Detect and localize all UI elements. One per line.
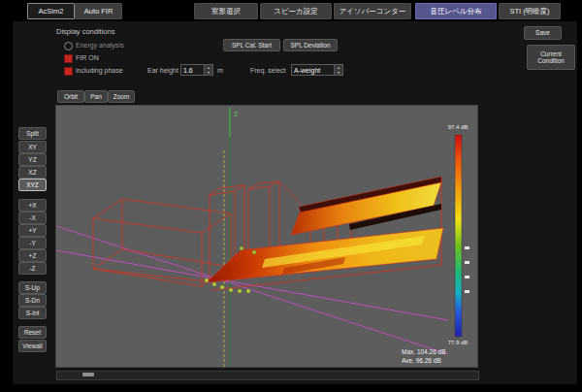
current-condition-button[interactable]: Current Condition: [527, 45, 575, 70]
section-up-button[interactable]: S-Up: [18, 281, 47, 294]
xyz-view-button[interactable]: XYZ: [18, 179, 47, 191]
pan-button[interactable]: Pan: [84, 90, 108, 103]
section-down-button[interactable]: S-Dn: [18, 294, 47, 307]
freq-select-dropdown[interactable]: A-weight ▴ ▾: [291, 64, 343, 76]
tab-sti[interactable]: STI (明瞭度): [499, 3, 561, 19]
xy-view-button[interactable]: XY: [18, 141, 47, 153]
zoom-button[interactable]: Zoom: [108, 90, 135, 103]
save-button[interactable]: Save: [524, 26, 562, 40]
top-tab-bar: AcSim2 Auto FIR 室形選択 スピーカ設定 アイソバーコンター 音圧…: [0, 0, 582, 21]
display-conditions-title: Display conditions: [56, 27, 114, 36]
plus-y-button[interactable]: +Y: [18, 224, 47, 237]
tab-acsim2[interactable]: AcSim2: [27, 3, 75, 19]
yz-view-button[interactable]: YZ: [18, 153, 47, 166]
including-phase-label: including phase: [76, 67, 123, 74]
colorbar-max-label: 97.4 dB: [448, 124, 469, 130]
fir-on-label: FIR ON: [76, 54, 99, 61]
minus-x-button[interactable]: -X: [18, 212, 47, 224]
tab-speaker-setup[interactable]: スピーカ設定: [260, 3, 332, 19]
plus-x-button[interactable]: +X: [18, 199, 47, 212]
ear-height-unit: m: [217, 67, 223, 74]
viewall-button[interactable]: Viewall: [18, 340, 47, 352]
scrollbar-thumb[interactable]: [82, 373, 94, 376]
tab-isobar-contour[interactable]: アイソバーコンター: [334, 3, 411, 19]
tab-room-shape[interactable]: 室形選択: [194, 3, 258, 19]
plus-z-button[interactable]: +Z: [18, 249, 47, 262]
split-view-button[interactable]: Split: [18, 127, 47, 140]
tab-auto-fir[interactable]: Auto FIR: [75, 3, 122, 19]
energy-analysis-label: Energy analysis: [76, 42, 123, 49]
section-int-button[interactable]: S-Int: [18, 307, 47, 319]
ear-height-value[interactable]: 1.6: [180, 64, 205, 76]
xz-view-button[interactable]: XZ: [18, 166, 47, 179]
minus-y-button[interactable]: -Y: [18, 237, 47, 249]
freq-select-label: Freq. select: [250, 67, 286, 74]
max-spl-value: Max. 104.26 dB: [402, 348, 446, 355]
freq-select-value[interactable]: A-weight: [291, 64, 335, 76]
z-axis-label: Z: [234, 111, 239, 117]
3d-viewport[interactable]: Z: [56, 106, 477, 367]
fir-on-checkbox[interactable]: [64, 54, 73, 63]
colorbar-min-label: 77.9 dB: [448, 340, 469, 345]
minus-z-button[interactable]: -Z: [18, 262, 47, 275]
ave-spl-value: Ave. 96.26 dB: [402, 357, 441, 364]
spinner-down-icon[interactable]: ▾: [205, 70, 212, 75]
freq-select-spinner[interactable]: ▴ ▾: [335, 64, 343, 76]
reset-button[interactable]: Reset: [18, 326, 47, 339]
ear-height-field[interactable]: 1.6 ▴ ▾: [180, 64, 213, 76]
tab-spl-distribution[interactable]: 音圧レベル分布: [415, 3, 497, 19]
spl-deviation-button[interactable]: SPL Deviation: [283, 39, 338, 51]
ear-height-spinner[interactable]: ▴ ▾: [205, 64, 213, 76]
energy-analysis-radio[interactable]: [64, 42, 73, 50]
spinner-down-icon[interactable]: ▾: [335, 70, 342, 75]
including-phase-checkbox[interactable]: [64, 67, 73, 76]
spl-3d-scene: Z: [56, 106, 477, 367]
spl-cal-start-button[interactable]: SPL Cal. Start: [223, 39, 280, 51]
viewport-scrollbar[interactable]: [56, 371, 479, 380]
ear-height-label: Ear height: [147, 67, 178, 74]
orbit-button[interactable]: Orbit: [57, 90, 84, 103]
